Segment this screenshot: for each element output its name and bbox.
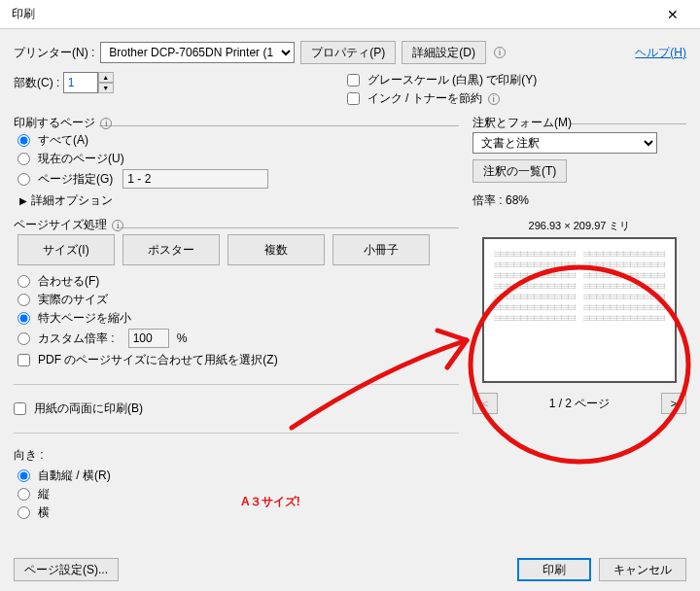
scale-label: 倍率 : (472, 193, 503, 207)
page-setup-button[interactable]: ページ設定(S)... (14, 558, 119, 581)
preview-dimensions: 296.93 × 209.97 ミリ (472, 219, 686, 233)
properties-button[interactable]: プロパティ(P) (300, 41, 396, 64)
scale-value: 68% (506, 193, 529, 207)
advanced-settings-button[interactable]: 詳細設定(D) (402, 41, 486, 64)
multiple-button[interactable]: 複数 (228, 234, 325, 265)
info-icon: i (494, 47, 506, 58)
sizing-title: ページサイズ処理 (14, 217, 107, 237)
annotation-list-button[interactable]: 注釈の一覧(T) (472, 159, 567, 183)
poster-button[interactable]: ポスター (122, 234, 220, 265)
orient-landscape-radio[interactable] (18, 506, 30, 519)
cancel-button[interactable]: キャンセル (599, 558, 686, 581)
range-pages-radio[interactable] (18, 173, 30, 186)
close-icon[interactable]: ✕ (653, 1, 692, 28)
annotation-select[interactable]: 文書と注釈 (472, 132, 657, 154)
duplex-checkbox[interactable]: 用紙の両面に印刷(B) (14, 400, 459, 417)
shrink-radio[interactable] (18, 312, 30, 325)
printer-select[interactable]: Brother DCP-7065DN Printer (1 コピー) (100, 42, 295, 63)
range-current-radio[interactable] (18, 153, 30, 165)
choose-paper-checkbox[interactable]: PDF のページサイズに合わせて用紙を選択(Z) (18, 352, 459, 368)
help-link[interactable]: ヘルプ(H) (635, 45, 686, 61)
size-button[interactable]: サイズ(I) (18, 234, 115, 265)
orientation-title: 向き : (14, 447, 459, 464)
copies-label: 部数(C) : (14, 76, 59, 89)
print-range-title: 印刷するページ (14, 115, 95, 135)
print-preview (482, 237, 677, 383)
custom-scale-input[interactable] (128, 329, 169, 348)
copies-down[interactable]: ▼ (98, 83, 114, 93)
copies-up[interactable]: ▲ (98, 72, 114, 83)
orient-portrait-radio[interactable] (18, 488, 30, 501)
printer-label: プリンター(N) : (14, 45, 94, 61)
advanced-options-toggle[interactable]: ▶詳細オプション (19, 192, 459, 209)
orient-auto-radio[interactable] (18, 469, 30, 482)
page-range-input[interactable] (122, 169, 268, 189)
info-icon: i (112, 220, 123, 231)
print-button[interactable]: 印刷 (517, 558, 591, 581)
annotation-title: 注釈とフォーム(M) (472, 116, 572, 129)
info-icon: i (100, 118, 112, 129)
grayscale-checkbox[interactable]: グレースケール (白黒) で印刷(Y) (347, 72, 538, 88)
copies-input[interactable] (63, 72, 98, 93)
triangle-right-icon: ▶ (19, 195, 27, 206)
page-indicator: 1 / 2 ページ (504, 396, 655, 412)
fit-radio[interactable] (18, 275, 30, 288)
next-page-button[interactable]: > (661, 393, 686, 414)
ink-save-checkbox[interactable]: インク / トナーを節約i (347, 90, 538, 107)
prev-page-button[interactable]: < (472, 393, 498, 414)
dialog-title: 印刷 (8, 6, 653, 22)
actual-size-radio[interactable] (18, 294, 30, 306)
info-icon: i (488, 93, 500, 105)
custom-scale-radio[interactable] (18, 332, 30, 345)
range-all-radio[interactable] (18, 134, 30, 147)
booklet-button[interactable]: 小冊子 (332, 234, 430, 265)
